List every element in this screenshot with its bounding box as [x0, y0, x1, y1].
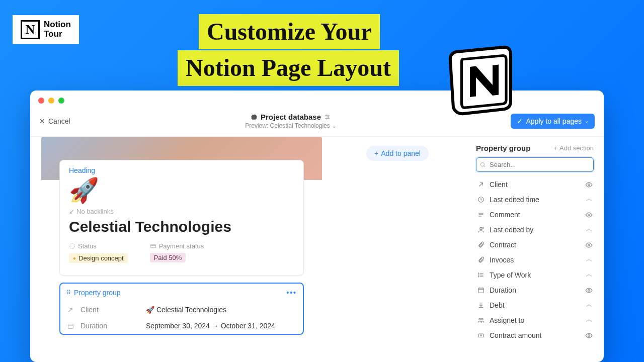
visibility-off-icon[interactable] [585, 256, 593, 264]
preview-label: Preview: Celestial Technologies [245, 122, 330, 129]
prop-value: September 30, 2024 → October 31, 2024 [146, 322, 275, 330]
svg-rect-55 [478, 334, 484, 337]
app-window: ✕ Cancel Project database Preview: Celes… [30, 90, 604, 362]
property-name: Comment [490, 211, 520, 219]
status-label: Status [69, 242, 128, 250]
heading-card[interactable]: Heading 🚀 ↙ No backlinks Celestial Techn… [59, 160, 304, 276]
hero-line2: Notion Page Layout [178, 50, 399, 85]
prop-key: Duration [80, 322, 141, 330]
svg-rect-7 [150, 244, 155, 248]
no-backlinks: ↙ No backlinks [69, 208, 294, 215]
visibility-on-icon[interactable] [585, 287, 593, 294]
prop-key: Client [80, 306, 141, 314]
svg-point-24 [482, 227, 484, 229]
svg-point-6 [70, 244, 75, 249]
arrow-up-right-icon [477, 181, 485, 188]
svg-point-37 [478, 277, 479, 277]
svg-point-57 [588, 334, 590, 336]
left-column: Heading 🚀 ↙ No backlinks Celestial Techn… [30, 137, 322, 358]
add-panel-label: Add to panel [381, 149, 421, 157]
property-name: Type of Work [490, 271, 531, 279]
svg-point-56 [480, 335, 482, 336]
cancel-button[interactable]: ✕ Cancel [39, 117, 70, 125]
payment-status-badge[interactable]: Paid 50% [150, 253, 186, 262]
property-row[interactable]: Contract amount [476, 328, 594, 343]
property-row-client[interactable]: ↗ Client 🚀 Celestial Technologies [60, 302, 303, 318]
db-title-text: Project database [261, 113, 321, 121]
status-badge[interactable]: Design concept [69, 253, 128, 263]
preview-subtitle[interactable]: Preview: Celestial Technologies ⌄ [70, 122, 511, 129]
property-row-duration[interactable]: Duration September 30, 2024 → October 31… [60, 318, 303, 334]
verified-icon [251, 114, 258, 121]
clock-icon [477, 196, 485, 203]
svg-point-51 [481, 318, 484, 320]
svg-line-12 [484, 165, 486, 167]
hero-title: Customize Your Notion Page Layout [199, 14, 399, 86]
property-row[interactable]: Last edited time [476, 192, 594, 207]
property-row[interactable]: Comment [476, 207, 594, 222]
visibility-on-icon[interactable] [585, 211, 593, 219]
property-row[interactable]: Debt [476, 298, 594, 313]
visibility-off-icon[interactable] [585, 196, 593, 204]
svg-rect-41 [478, 288, 484, 293]
property-name: Invoces [490, 256, 514, 264]
cancel-label: Cancel [48, 117, 70, 125]
minimize-window-icon[interactable] [48, 98, 54, 104]
card-icon [150, 243, 156, 249]
money-icon [477, 332, 485, 339]
property-row[interactable]: Type of Work [476, 267, 594, 283]
svg-point-50 [479, 318, 481, 320]
svg-rect-9 [68, 324, 73, 328]
plus-icon: + [553, 144, 557, 152]
visibility-off-icon[interactable] [585, 226, 593, 234]
apply-label: Apply to all pages [526, 117, 582, 125]
svg-point-35 [478, 273, 479, 274]
property-name: Last edited by [490, 226, 533, 234]
apply-to-all-pages-button[interactable]: ✓ Apply to all pages ⌄ [511, 114, 595, 129]
more-icon[interactable]: ••• [286, 289, 297, 297]
payment-status-label: Payment status [150, 242, 204, 250]
property-row[interactable]: Contract [476, 237, 594, 252]
page-title[interactable]: Celestial Technologies [69, 218, 294, 235]
add-section-button[interactable]: + Add section [553, 144, 594, 152]
svg-point-22 [588, 214, 590, 216]
plus-icon: + [374, 149, 378, 157]
svg-point-4 [328, 116, 329, 117]
add-to-panel-button[interactable]: + Add to panel [366, 146, 429, 161]
people-icon [477, 317, 485, 324]
settings-icon[interactable] [324, 114, 331, 120]
svg-point-45 [588, 289, 590, 291]
visibility-on-icon[interactable] [585, 332, 593, 339]
property-row[interactable]: Assignet to [476, 313, 594, 328]
drag-handle-icon[interactable]: ⠿ [66, 289, 71, 296]
close-window-icon[interactable] [38, 98, 44, 104]
svg-point-14 [588, 184, 590, 186]
person-clock-icon [477, 226, 485, 233]
property-name: Assignet to [490, 316, 524, 324]
page-icon[interactable]: 🚀 [69, 178, 294, 203]
visibility-off-icon[interactable] [585, 272, 593, 279]
visibility-off-icon[interactable] [585, 302, 593, 309]
prop-value: 🚀 Celestial Technologies [146, 306, 226, 314]
property-row[interactable]: Duration [476, 283, 594, 298]
svg-line-13 [479, 183, 483, 187]
property-row[interactable]: Last edited by [476, 222, 594, 237]
calendar-icon [67, 323, 75, 329]
search-input[interactable] [476, 157, 594, 172]
property-name: Last edited time [490, 196, 539, 204]
arrow-up-right-icon: ↗ [67, 306, 75, 314]
chevron-down-icon: ⌄ [585, 118, 589, 124]
middle-column: + Add to panel [322, 137, 473, 358]
calendar-icon [477, 287, 485, 294]
property-row[interactable]: Invoces [476, 252, 594, 267]
visibility-on-icon[interactable] [585, 241, 593, 249]
property-name: Contract amount [490, 331, 542, 339]
heading-card-label: Heading [69, 166, 294, 174]
property-group-card[interactable]: ⠿ Property group ••• ↗ Client 🚀 Celestia… [59, 283, 304, 335]
maximize-window-icon[interactable] [58, 98, 64, 104]
x-icon: ✕ [39, 117, 45, 125]
property-name: Client [490, 180, 508, 189]
visibility-on-icon[interactable] [585, 181, 593, 189]
property-row[interactable]: Client [476, 177, 594, 192]
visibility-off-icon[interactable] [585, 317, 593, 324]
